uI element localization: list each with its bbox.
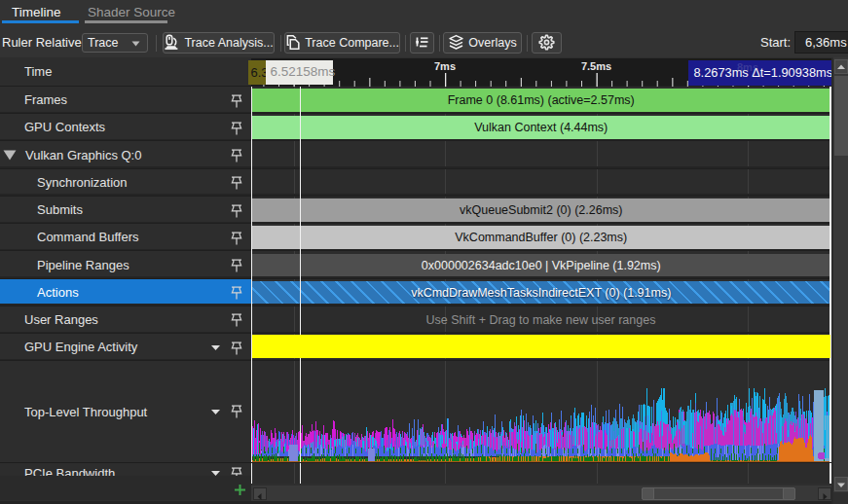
svg-text:7ms: 7ms [434,60,456,72]
svg-text:7.5ms: 7.5ms [581,60,611,72]
